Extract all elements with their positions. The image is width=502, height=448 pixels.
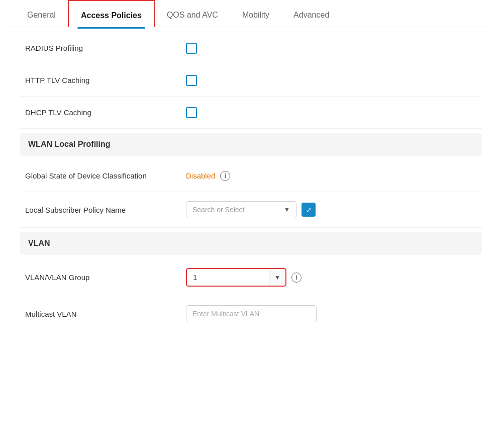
multicast-vlan-row: Multicast VLAN bbox=[20, 296, 482, 331]
wlan-local-profiling-header: WLAN Local Profiling bbox=[20, 133, 482, 156]
radius-profiling-row: RADIUS Profiling bbox=[20, 32, 482, 64]
multicast-vlan-input[interactable] bbox=[186, 305, 317, 322]
dhcp-tlv-caching-control bbox=[186, 107, 477, 118]
vlan-group-row: VLAN/VLAN Group 1 ▼ i bbox=[20, 259, 482, 296]
radius-profiling-label: RADIUS Profiling bbox=[25, 43, 186, 53]
vlan-group-dropdown-arrow[interactable]: ▼ bbox=[269, 270, 285, 285]
tab-mobility[interactable]: Mobility bbox=[230, 1, 281, 27]
tab-qos-avc[interactable]: QOS and AVC bbox=[155, 1, 230, 27]
vlan-group-control: 1 ▼ i bbox=[186, 268, 477, 287]
vlan-group-info-icon[interactable]: i bbox=[291, 273, 302, 283]
dhcp-tlv-caching-checkbox[interactable] bbox=[186, 107, 197, 118]
http-tlv-caching-label: HTTP TLV Caching bbox=[25, 75, 186, 85]
vlan-section-header: VLAN bbox=[20, 232, 482, 255]
tab-general[interactable]: General bbox=[15, 1, 68, 27]
local-subscriber-policy-row: Local Subscriber Policy Name Search or S… bbox=[20, 192, 482, 228]
local-subscriber-policy-select[interactable]: Search or Select ▼ bbox=[186, 201, 296, 218]
dhcp-tlv-caching-label: DHCP TLV Caching bbox=[25, 107, 186, 118]
global-state-status: Disabled bbox=[186, 171, 215, 180]
global-state-label: Global State of Device Classification bbox=[25, 170, 186, 181]
multicast-vlan-label: Multicast VLAN bbox=[25, 309, 186, 319]
dhcp-tlv-caching-row: DHCP TLV Caching bbox=[20, 97, 482, 129]
local-subscriber-policy-external-link-icon[interactable]: ⤢ bbox=[302, 203, 316, 217]
tab-access-policies[interactable]: Access Policies bbox=[68, 0, 155, 27]
radius-profiling-checkbox[interactable] bbox=[186, 43, 197, 54]
radius-profiling-control bbox=[186, 43, 477, 54]
global-state-row: Global State of Device Classification Di… bbox=[20, 160, 482, 192]
local-subscriber-policy-placeholder: Search or Select bbox=[192, 206, 280, 214]
vlan-group-label: VLAN/VLAN Group bbox=[25, 272, 186, 283]
http-tlv-caching-checkbox[interactable] bbox=[186, 75, 197, 86]
local-subscriber-policy-arrow-icon: ▼ bbox=[284, 206, 290, 213]
page-container: General Access Policies QOS and AVC Mobi… bbox=[0, 0, 502, 341]
global-state-info-icon[interactable]: i bbox=[220, 171, 230, 181]
http-tlv-caching-control bbox=[186, 75, 477, 86]
tab-bar: General Access Policies QOS and AVC Mobi… bbox=[10, 0, 492, 27]
global-state-control: Disabled i bbox=[186, 171, 477, 181]
content-area: RADIUS Profiling HTTP TLV Caching DHCP T… bbox=[10, 27, 492, 341]
tab-advanced[interactable]: Advanced bbox=[281, 1, 341, 27]
vlan-group-select[interactable]: 1 ▼ bbox=[186, 268, 286, 287]
multicast-vlan-control bbox=[186, 305, 477, 322]
local-subscriber-policy-control: Search or Select ▼ ⤢ bbox=[186, 201, 477, 218]
http-tlv-caching-row: HTTP TLV Caching bbox=[20, 64, 482, 97]
vlan-group-value: 1 bbox=[187, 269, 269, 286]
local-subscriber-policy-label: Local Subscriber Policy Name bbox=[25, 205, 186, 215]
